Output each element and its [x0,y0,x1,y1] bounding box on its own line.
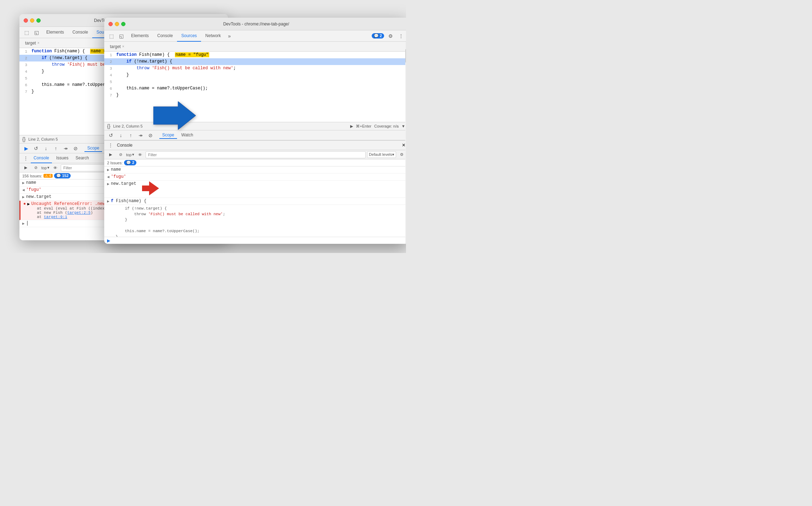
run-label-2: ⌘+Enter [356,124,371,129]
eye-icon-2[interactable]: 👁 [136,151,144,159]
top-dropdown-1[interactable]: top ▾ [41,165,49,170]
step-into-btn-1[interactable]: ↓ [42,145,50,152]
maximize-button-2[interactable] [121,22,125,26]
tab-elements-2[interactable]: Elements [127,30,153,42]
run-icon-console-1[interactable]: ▶ [22,164,30,172]
line-col-1: Line 2, Column 5 [28,137,58,141]
deactivate-btn-2[interactable]: ⊘ [147,131,154,139]
cursor-icon[interactable]: ⬚ [22,28,31,37]
cursor-icon-2[interactable]: ⬚ [107,32,116,40]
step-out-btn-1[interactable]: ↑ [52,145,60,152]
file-tabs-2: target × [104,42,406,52]
svg-marker-0 [153,101,196,130]
play-pause-btn-1[interactable]: ▶ [22,145,30,152]
tab-network-2[interactable]: Network [201,30,225,42]
filter-icon-2[interactable]: ▼ [401,124,405,128]
line-col-2: Line 2, Column 5 [113,124,142,128]
step-into-btn-2[interactable]: ↓ [117,131,125,139]
close-console-btn[interactable]: × [402,142,405,148]
scope-tab-2[interactable]: Scope [159,132,177,139]
code-line-2-1: 1 function Fish(name) { name = "fugu" [104,52,406,58]
settings-icon-console-2[interactable]: ⚙ [398,151,406,159]
console-item-newtarget-2: ▶ new.target [104,181,406,198]
console-more-icon-1[interactable]: ⋮ [22,155,29,162]
top-label-2: top [126,153,131,157]
debug-toolbar-2: ↺ ↓ ↑ ↠ ⊘ Scope Watch [104,130,406,140]
devtools-window-2: DevTools - chrome://new-tab-page/ ⬚ ◱ El… [104,18,406,244]
run-icon-console-2[interactable]: ▶ [106,151,115,159]
file-tab-target-2[interactable]: target × [107,43,127,51]
file-tab-target-1[interactable]: target × [22,39,42,47]
three-dots-icon-2[interactable]: ⋮ [397,32,405,40]
collapse-arrow-1[interactable]: ◀ [22,187,25,192]
search-tab-1[interactable]: Search [73,153,92,163]
status-bar-2: {} Line 2, Column 5 ▶ ⌘+Enter Coverage: … [104,122,406,130]
expand-arrow-3[interactable]: ▶ [27,201,30,207]
scrollbar-thumb-2[interactable] [405,49,406,63]
minimize-button-1[interactable] [30,18,34,23]
titlebar-2: DevTools - chrome://new-tab-page/ [104,18,406,30]
collapse-arrow-2[interactable]: ◀ [107,174,110,179]
bracket-icon-2: {} [107,123,110,129]
window-title-2: DevTools - chrome://new-tab-page/ [223,22,289,27]
target-link-2[interactable]: target:9:1 [44,215,67,219]
console-toolbar-2: ▶ ⊘ top ▾ 👁 Default levels▾ ⚙ [104,150,406,159]
bottom-expand-arrow[interactable]: ▶ [107,238,110,243]
tab-elements-1[interactable]: Elements [42,27,68,38]
eye-icon-1[interactable]: 👁 [51,164,59,172]
scrollbar-2[interactable] [405,42,406,244]
expand-arrow-2[interactable]: ▶ [22,194,25,199]
clear-icon-2[interactable]: ⊘ [116,151,125,159]
console-header-2: ⋮ Console × [104,140,406,150]
code-line-2-4: 4 } [104,72,406,78]
clear-icon-1[interactable]: ⊘ [31,164,40,172]
step-over-btn-2[interactable]: ↺ [107,131,115,139]
top-dropdown-2[interactable]: top ▾ [126,152,134,157]
default-levels-dropdown-2[interactable]: Default levels▾ [367,151,396,158]
code-editor-2[interactable]: 1 function Fish(name) { name = "fugu" 2 … [104,52,406,122]
svg-marker-1 [142,181,159,195]
more-tabs-icon-2[interactable]: » [225,32,234,40]
close-button-2[interactable] [108,22,113,26]
watch-tab-2[interactable]: Watch [178,132,196,139]
issues-tab-1[interactable]: Issues [53,153,71,163]
run-icon-2[interactable]: ▶ [350,124,353,129]
minimize-button-2[interactable] [115,22,119,26]
tab-sources-2[interactable]: Sources [177,30,201,42]
filter-input-2[interactable] [146,151,366,158]
coverage-2: Coverage: n/a [374,124,399,128]
expand-arrow-2-3[interactable]: ▶ [107,199,110,204]
tab-console-2[interactable]: Console [153,30,177,42]
issues-count-bar-2: 2 Issues: 💬 2 [104,159,406,166]
device-icon-2[interactable]: ◱ [117,32,125,40]
devtools-tabs-2: Elements Console Sources Network » [127,30,234,41]
console-tab-1[interactable]: Console [31,153,52,163]
warning-badge-1: ⚠ 4 [43,174,52,178]
console-code-block-2: if (!new.target) { throw 'Fish() must be… [104,205,406,237]
step-out-btn-2[interactable]: ↑ [127,131,135,139]
tab-console-1[interactable]: Console [68,27,92,38]
deactivate-btn-1[interactable]: ⊘ [72,145,80,152]
expand-arrow-2-1[interactable]: ▶ [107,167,110,172]
continue-btn-1[interactable]: ↠ [62,145,70,152]
settings-icon-2[interactable]: ⚙ [386,32,395,40]
console-more-icon-2[interactable]: ⋮ [107,142,114,149]
error-icon-1: ● [23,201,26,206]
maximize-button-1[interactable] [36,18,41,23]
top-chevron-icon-2: ▾ [132,152,134,157]
expand-arrow-1[interactable]: ▶ [22,180,25,185]
close-button-1[interactable] [24,18,28,23]
expand-arrow-2-2[interactable]: ▶ [107,181,110,186]
close-tab-icon-2[interactable]: × [122,45,124,48]
target-link-1[interactable]: target:2:5 [67,211,90,215]
scope-tab-1[interactable]: Scope [84,145,102,152]
device-icon[interactable]: ◱ [32,28,41,37]
direction-arrow [153,101,196,131]
step-over-btn-1[interactable]: ↺ [32,145,40,152]
continue-btn-2[interactable]: ↠ [137,131,145,139]
red-arrow-indicator [142,181,159,197]
close-tab-icon-1[interactable]: × [37,41,40,45]
code-line-2-2: 2 if (!new.target) { [104,58,406,65]
console-content-2[interactable]: ▶ name ◀ 'fugu' ▶ new.target ▶ f Fish(na… [104,166,406,237]
toolbar-right-2: 💬 2 ⚙ ⋮ [372,32,405,40]
